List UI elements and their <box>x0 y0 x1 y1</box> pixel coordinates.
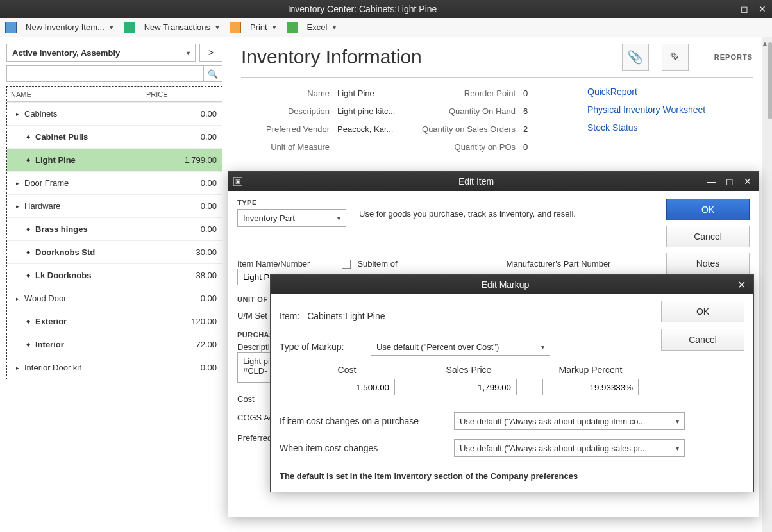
item-name-label: Item Name/Number <box>237 259 310 269</box>
item-label: Item: <box>280 311 299 321</box>
item-price-cell: 0.00 <box>142 132 222 142</box>
toolbar-label: Print <box>250 22 267 32</box>
close-icon[interactable]: ✕ <box>742 176 753 187</box>
item-label: Wood Door <box>24 294 67 303</box>
minimize-icon[interactable]: — <box>721 3 732 15</box>
item-name-cell: ▸Door Frame <box>7 178 142 188</box>
table-row[interactable]: ▸Interior Door kit0.00 <box>7 356 222 379</box>
excel-menu[interactable]: Excel ▼ <box>307 22 338 32</box>
cost-input[interactable] <box>299 379 395 395</box>
close-icon[interactable]: ✕ <box>757 3 768 15</box>
info-value-name: Light Pine <box>337 88 421 98</box>
chevron-down-icon: ▾ <box>187 49 190 56</box>
link-stock-status[interactable]: Stock Status <box>587 122 705 133</box>
maximize-icon[interactable]: ◻ <box>739 3 750 15</box>
link-physical-inventory[interactable]: Physical Inventory Worksheet <box>587 104 705 115</box>
item-name-cell: ◆Brass hinges <box>7 224 142 234</box>
inventory-icon <box>5 22 17 33</box>
toolbar-label: Excel <box>307 22 328 32</box>
filter-value: Active Inventory, Assembly <box>12 48 120 58</box>
diamond-icon: ◆ <box>26 134 30 140</box>
cost-header: Cost <box>338 365 357 375</box>
item-name-cell: ◆Lk Doorknobs <box>7 270 142 280</box>
table-row[interactable]: ▸Hardware0.00 <box>7 194 222 217</box>
caret-right-icon: ▸ <box>16 295 19 302</box>
item-price-cell: 30.00 <box>142 247 222 257</box>
ok-button[interactable]: OK <box>661 301 744 322</box>
item-type-select[interactable]: Inventory Part ▾ <box>237 209 346 227</box>
chevron-down-icon: ▾ <box>541 344 544 351</box>
chevron-down-icon: ▾ <box>337 215 340 222</box>
item-price-cell: 72.00 <box>142 340 222 349</box>
notes-button[interactable]: Notes <box>666 253 750 274</box>
table-row[interactable]: ◆Light Pine1,799.00 <box>7 148 222 171</box>
scrollbar[interactable]: ▲ <box>762 37 772 532</box>
minimize-icon[interactable]: — <box>706 176 717 187</box>
item-label: Cabinets <box>24 109 57 119</box>
info-label: Description <box>241 106 337 116</box>
table-row[interactable]: ▸Cabinets0.00 <box>7 102 222 125</box>
edit-markup-titlebar: Edit Markup ✕ <box>271 275 753 294</box>
table-row[interactable]: ◆Brass hinges0.00 <box>7 217 222 240</box>
chevron-down-icon: ▼ <box>271 24 278 31</box>
item-name-cell: ◆Doorknobs Std <box>7 247 142 257</box>
item-name-cell: ◆Exterior <box>7 317 142 326</box>
main-window-title: Inventory Center: Cabinets:Light Pine <box>4 4 721 14</box>
cost-change-purchase-select[interactable]: Use default ("Always ask about updating … <box>454 412 685 430</box>
item-price-cell: 120.00 <box>142 317 222 326</box>
toolbar-label: New Transactions <box>144 22 210 32</box>
scroll-thumb[interactable] <box>768 42 772 119</box>
chevron-down-icon: ▾ <box>676 445 679 452</box>
cancel-button[interactable]: Cancel <box>661 329 744 351</box>
table-row[interactable]: ◆Cabinet Pulls0.00 <box>7 125 222 148</box>
scroll-up-icon: ▲ <box>762 40 768 47</box>
edit-button[interactable]: ✎ <box>662 44 689 71</box>
restore-icon[interactable]: ▣ <box>233 177 242 186</box>
inventory-filter-select[interactable]: Active Inventory, Assembly ▾ <box>6 44 196 62</box>
window-controls: — ◻ ✕ <box>721 3 768 15</box>
item-price-cell: 0.00 <box>142 224 222 234</box>
item-name-cell: ▸Cabinets <box>7 109 142 119</box>
diamond-icon: ◆ <box>26 319 30 324</box>
item-name-cell: ▸Hardware <box>7 201 142 211</box>
caret-right-icon: ▸ <box>16 365 19 371</box>
table-row[interactable]: ▸Wood Door0.00 <box>7 287 222 310</box>
checkbox[interactable] <box>342 260 351 269</box>
ok-button[interactable]: OK <box>666 199 750 220</box>
subitem-label: Subitem of <box>357 259 397 269</box>
close-icon[interactable]: ✕ <box>735 279 748 291</box>
cancel-button[interactable]: Cancel <box>666 226 750 247</box>
item-label: Cabinet Pulls <box>35 132 88 142</box>
caret-right-icon: ▸ <box>16 180 19 187</box>
new-inventory-item-menu[interactable]: New Inventory Item... ▼ <box>26 22 115 32</box>
mfg-part-label: Manufacturer's Part Number <box>507 259 611 269</box>
item-label: Interior <box>35 340 64 349</box>
sales-price-header: Sales Price <box>446 365 492 375</box>
cost-change-select[interactable]: Use default ("Always ask about updating … <box>454 439 685 457</box>
attach-button[interactable]: 📎 <box>622 44 649 71</box>
table-row[interactable]: ◆Doorknobs Std30.00 <box>7 240 222 263</box>
doc-icon <box>124 22 135 33</box>
markup-type-select[interactable]: Use default ("Percent over Cost") ▾ <box>371 338 550 356</box>
select-value: Use default ("Always ask about updating … <box>460 417 645 426</box>
search-input[interactable] <box>6 65 203 82</box>
expand-button[interactable]: > <box>199 44 222 62</box>
table-row[interactable]: ◆Lk Doorknobs38.00 <box>7 263 222 287</box>
link-quickreport[interactable]: QuickReport <box>587 87 705 97</box>
sales-price-input[interactable] <box>421 379 517 395</box>
info-label: Preferred Vendor <box>241 124 337 134</box>
uom-set-label: U/M Set <box>237 311 267 320</box>
search-button[interactable]: 🔍 <box>203 65 222 82</box>
markup-percent-input[interactable] <box>542 379 639 395</box>
item-label: Door Frame <box>24 178 69 188</box>
print-menu[interactable]: Print ▼ <box>250 22 278 32</box>
maximize-icon[interactable]: ◻ <box>724 176 735 187</box>
select-value: Use default ("Percent over Cost") <box>376 342 499 352</box>
table-row[interactable]: ▸Door Frame0.00 <box>7 171 222 194</box>
item-name-cell: ◆Interior <box>7 340 142 349</box>
caret-right-icon: ▸ <box>16 203 19 210</box>
new-transactions-menu[interactable]: New Transactions ▼ <box>144 22 221 32</box>
item-label: Exterior <box>35 317 67 326</box>
table-row[interactable]: ◆Interior72.00 <box>7 333 222 356</box>
table-row[interactable]: ◆Exterior120.00 <box>7 310 222 333</box>
